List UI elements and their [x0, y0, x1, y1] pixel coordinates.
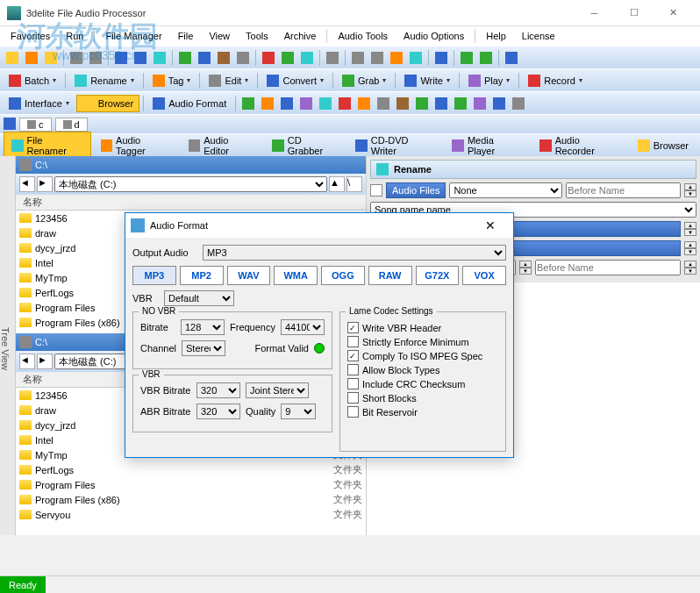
tb-icon-20[interactable]	[432, 49, 450, 67]
tb3-icon-7[interactable]	[355, 95, 373, 112]
tb3-icon-2[interactable]	[259, 95, 276, 112]
checkbox[interactable]: ✓	[347, 350, 359, 361]
before-name-input-1[interactable]	[566, 182, 681, 198]
tb-interface[interactable]: Interface▾	[4, 96, 75, 111]
tb-icon-23[interactable]	[503, 49, 520, 67]
maximize-button[interactable]: ☐	[614, 0, 654, 26]
tb-rename[interactable]: Rename▾	[69, 73, 139, 89]
spin-down-3[interactable]: ▼	[684, 248, 696, 255]
tab-browser[interactable]: Browser	[630, 136, 696, 155]
vbr-select[interactable]: Default	[164, 290, 234, 306]
tb-icon-7[interactable]	[132, 49, 149, 67]
checkbox[interactable]	[347, 392, 359, 404]
nav-root-icon[interactable]: \	[346, 176, 362, 192]
tb-print-icon[interactable]	[324, 49, 341, 67]
menu-favorites[interactable]: Favorites	[4, 29, 57, 43]
list-header-top[interactable]: 名称	[16, 195, 366, 211]
quality-select[interactable]: 9	[281, 404, 316, 419]
tab-media-player[interactable]: Media Player	[444, 132, 530, 160]
menu-help[interactable]: Help	[479, 29, 513, 43]
tb3-icon-6[interactable]	[336, 95, 354, 112]
bitrate-select[interactable]: 128	[181, 319, 225, 335]
tab-audio-tagger[interactable]: Audio Tagger	[93, 132, 179, 160]
list-item[interactable]: Program Files (x86)文件夹	[16, 492, 366, 507]
dialog-close-button[interactable]: ✕	[473, 213, 508, 238]
audio-files-select[interactable]: None	[449, 182, 562, 198]
tb3-icon-13[interactable]	[471, 95, 489, 112]
tb-icon-14[interactable]	[279, 49, 296, 67]
before-name-input-2[interactable]	[535, 260, 681, 275]
tb3-icon-1[interactable]	[239, 95, 257, 112]
freq-select[interactable]: 44100	[281, 319, 325, 335]
tab-g72x[interactable]: G72X	[416, 266, 460, 285]
checkbox[interactable]	[347, 406, 359, 418]
tb3-icon-5[interactable]	[317, 95, 334, 112]
tab-mp3[interactable]: MP3	[132, 266, 176, 285]
menu-file-manager[interactable]: File Manager	[98, 29, 168, 43]
tb-icon-12[interactable]	[234, 49, 252, 67]
nav-up-icon[interactable]: ▲	[329, 176, 345, 192]
nav-back-icon-2[interactable]: ◄	[19, 354, 35, 369]
tb-audio-format[interactable]: Audio Format	[147, 96, 232, 111]
tab-cd-dvd-writer[interactable]: CD-DVD Writer	[347, 132, 442, 160]
tab-vox[interactable]: VOX	[462, 266, 506, 285]
tb-batch[interactable]: Batch▾	[4, 73, 61, 89]
tab-wav[interactable]: WAV	[227, 266, 271, 285]
tb3-icon-14[interactable]	[490, 95, 508, 112]
chk-audio-files[interactable]	[370, 184, 382, 196]
tb-play[interactable]: Play▾	[463, 73, 515, 89]
tb-edit[interactable]: Edit▾	[204, 73, 254, 89]
list-item[interactable]: PerfLogs文件夹	[16, 462, 366, 477]
tb-convert[interactable]: Convert▾	[261, 73, 329, 89]
menu-archive[interactable]: Archive	[277, 29, 324, 43]
tab-file-renamer[interactable]: File Renamer	[4, 132, 91, 160]
channel-select[interactable]: Stereo	[182, 340, 225, 356]
nav-fwd-icon-2[interactable]: ►	[37, 354, 53, 369]
tb3-icon-15[interactable]	[510, 95, 527, 112]
joint-stereo-select[interactable]: Joint Stereo	[246, 382, 309, 398]
spin-up-1[interactable]: ▲	[684, 183, 696, 190]
drive-c[interactable]: c	[19, 118, 52, 132]
tb3-icon-11[interactable]	[432, 95, 450, 112]
list-item[interactable]: Servyou文件夹	[16, 507, 366, 522]
tab-ogg[interactable]: OGG	[321, 266, 365, 285]
tb-icon-18[interactable]	[388, 49, 405, 67]
tb-icon-1[interactable]	[4, 49, 21, 67]
drive-d[interactable]: d	[55, 118, 88, 132]
tab-mp2[interactable]: MP2	[180, 266, 224, 285]
tb-icon-9[interactable]	[176, 49, 194, 67]
menu-file[interactable]: File	[171, 29, 201, 43]
drive-refresh-icon[interactable]	[4, 118, 16, 132]
menu-run[interactable]: Run	[59, 29, 90, 43]
tb-find-icon[interactable]	[349, 49, 367, 67]
tab-raw[interactable]: RAW	[368, 266, 412, 285]
tb-write[interactable]: Write▾	[399, 73, 454, 89]
spin-up-5[interactable]: ▲	[684, 261, 696, 268]
tb-tag[interactable]: Tag▾	[147, 73, 196, 89]
tb3-icon-12[interactable]	[452, 95, 469, 112]
checkbox[interactable]	[347, 378, 359, 389]
list-item[interactable]: Program Files文件夹	[16, 477, 366, 492]
tb-icon-15[interactable]	[298, 49, 316, 67]
tb-icon-11[interactable]	[215, 49, 232, 67]
nav-back-icon[interactable]: ◄	[19, 176, 35, 192]
tb-icon-19[interactable]	[407, 49, 425, 67]
tb-icon-2[interactable]	[23, 49, 40, 67]
minimize-button[interactable]: ─	[575, 0, 614, 26]
tb-back-icon[interactable]	[458, 49, 475, 67]
tb-browser[interactable]: Browser	[76, 95, 139, 112]
tb-search-icon[interactable]	[368, 49, 386, 67]
spin-down-5[interactable]: ▼	[684, 268, 696, 275]
tb3-icon-10[interactable]	[413, 95, 431, 112]
checkbox[interactable]	[347, 364, 359, 375]
abr-bitrate-select[interactable]: 320	[196, 404, 240, 419]
tab-audio-recorder[interactable]: Audio Recorder	[532, 132, 628, 160]
tb-icon-3[interactable]	[42, 49, 60, 67]
tb-forward-icon[interactable]	[477, 49, 495, 67]
tb-icon-5[interactable]	[87, 49, 104, 67]
spin-up-2[interactable]: ▲	[684, 222, 696, 229]
checkbox[interactable]: ✓	[347, 322, 359, 333]
menu-license[interactable]: License	[515, 29, 562, 43]
spin-up-4[interactable]: ▲	[519, 261, 532, 268]
output-audio-select[interactable]: MP3	[203, 245, 506, 261]
